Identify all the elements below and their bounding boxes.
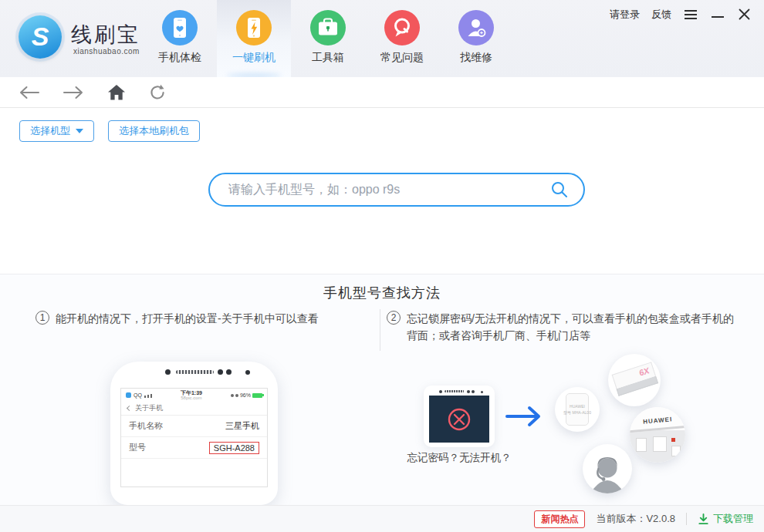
camera-dot — [165, 369, 171, 375]
store-circle: HUAWEI — [630, 407, 685, 463]
status-dot-icon — [231, 394, 234, 397]
app-window: S 线刷宝 xianshuabao.com 手机体检 — [0, 0, 764, 532]
back-chevron-icon — [127, 406, 132, 411]
home-icon[interactable] — [108, 85, 125, 100]
close-icon[interactable] — [737, 7, 752, 22]
speaker-grille — [176, 370, 214, 374]
arrow-right-icon — [505, 405, 543, 428]
phone-health-icon — [162, 10, 198, 45]
download-icon — [698, 513, 709, 525]
battery-percent: 96% — [240, 392, 251, 398]
store-brand-label: HUAWEI — [643, 416, 673, 425]
qq-icon — [126, 392, 131, 398]
step-text: 能开机的情况下，打开手机的设置-关于手机中可以查看 — [56, 310, 319, 327]
phone-back-illustration: HUAWEI 型号 MHA-AL00 — [566, 393, 589, 426]
sensor-dot — [245, 370, 250, 375]
support-agent-icon — [583, 444, 632, 493]
download-manager-label: 下载管理 — [713, 512, 753, 526]
select-model-button[interactable]: 选择机型 — [19, 120, 94, 142]
search-box — [208, 173, 585, 207]
nav-item-one-key-flash[interactable]: 一键刷机 — [217, 0, 291, 77]
main-nav: 手机体检 一键刷机 — [143, 0, 513, 77]
feedback-link[interactable]: 反馈 — [651, 8, 671, 22]
guide-step-2: 2 忘记锁屏密码/无法开机的情况下，可以查看手机的包装盒或者手机的背面；或者咨询… — [387, 310, 735, 344]
toolbox-icon — [310, 10, 346, 45]
phone-back-circle: HUAWEI 型号 MHA-AL00 — [555, 387, 600, 432]
camera-dot — [226, 369, 232, 375]
search-icon[interactable] — [551, 181, 568, 198]
news-hot-button[interactable]: 新闻热点 — [534, 510, 585, 528]
nav-label: 一键刷机 — [217, 51, 291, 65]
signal-icon — [144, 396, 146, 398]
back-icon[interactable] — [19, 86, 39, 99]
support-agent-circle — [583, 444, 632, 493]
guide-step-1: 1 能开机的情况下，打开手机的设置-关于手机中可以查看 — [35, 310, 375, 327]
nav-item-faq[interactable]: 常见问题 — [365, 0, 439, 77]
step-number: 2 — [387, 311, 401, 325]
store-sign-dot — [671, 438, 675, 442]
brand-domain: xianshuabao.com — [73, 47, 140, 56]
status-bar: 新闻热点 当前版本：V2.0.8 下载管理 — [0, 505, 764, 532]
error-screen — [429, 396, 489, 443]
model-lookup-guide: 手机型号查找方法 1 能开机的情况下，打开手机的设置-关于手机中可以查看 2 忘… — [0, 274, 764, 505]
watermark: 58pic.com — [181, 396, 202, 401]
column-divider — [380, 309, 380, 351]
locked-caption: 忘记密码？无法开机？ — [401, 451, 517, 465]
version-label: 当前版本：V2.0.8 — [596, 512, 675, 526]
minimize-icon[interactable] — [710, 9, 725, 19]
nav-label: 常见问题 — [365, 51, 439, 65]
select-local-package-label: 选择本地刷机包 — [119, 124, 189, 138]
step-number: 1 — [35, 311, 49, 325]
menu-icon[interactable] — [683, 8, 698, 21]
settings-phone-illustration: QQ 下午1:39 58pic.com 96% — [110, 362, 278, 505]
retail-box-illustration: 6X — [612, 362, 659, 396]
nav-label: 手机体检 — [143, 51, 217, 65]
login-link[interactable]: 请登录 — [610, 8, 640, 22]
nav-label: 工具箱 — [291, 51, 365, 65]
search-input[interactable] — [210, 183, 551, 197]
brand-logo-letter: S — [32, 22, 49, 52]
browser-toolbar — [0, 77, 764, 108]
select-local-package-button[interactable]: 选择本地刷机包 — [108, 120, 200, 142]
guide-title: 手机型号查找方法 — [0, 284, 764, 302]
retail-box-circle: 6X — [608, 354, 661, 406]
error-x-icon — [446, 406, 472, 433]
download-manager-link[interactable]: 下载管理 — [698, 512, 753, 526]
phone-screen: QQ 下午1:39 58pic.com 96% — [120, 388, 268, 487]
model-highlight: SGH-A288 — [209, 442, 259, 454]
carrier-label: QQ — [134, 392, 142, 398]
nav-item-toolbox[interactable]: 工具箱 — [291, 0, 365, 77]
forward-icon[interactable] — [63, 86, 84, 99]
divider — [686, 513, 687, 525]
about-phone-row: 关于手机 — [121, 402, 267, 416]
brand-name: 线刷宝 — [71, 21, 140, 49]
camera-dot — [218, 369, 223, 375]
select-model-label: 选择机型 — [30, 124, 70, 138]
nav-item-phone-check[interactable]: 手机体检 — [143, 0, 217, 77]
model-row: 型号 SGH-A288 — [121, 437, 267, 459]
step-text: 忘记锁屏密码/无法开机的情况下，可以查看手机的包装盒或者手机的背面；或者咨询手机… — [407, 310, 735, 344]
nav-label: 找维修 — [439, 51, 513, 65]
battery-icon — [252, 393, 262, 398]
nav-item-repair[interactable]: 找维修 — [439, 0, 513, 77]
store-awning: HUAWEI — [630, 407, 685, 433]
chevron-down-icon — [76, 129, 83, 133]
about-phone-title: 关于手机 — [135, 403, 163, 413]
brand-logo: S — [19, 15, 62, 59]
box-model-label: 6X — [637, 365, 651, 378]
phone-time: 下午1:39 — [181, 390, 202, 396]
question-icon — [384, 10, 420, 45]
locked-phone-illustration — [424, 386, 495, 447]
phone-flash-icon — [236, 10, 272, 45]
phone-name-row: 手机名称 三星手机 — [121, 416, 267, 437]
refresh-icon[interactable] — [149, 84, 166, 101]
window-controls: 请登录 反馈 — [610, 7, 752, 22]
repair-person-icon — [458, 10, 494, 45]
phone-status-bar: QQ 下午1:39 58pic.com 96% — [121, 389, 267, 402]
header: S 线刷宝 xianshuabao.com 手机体检 — [0, 0, 764, 77]
